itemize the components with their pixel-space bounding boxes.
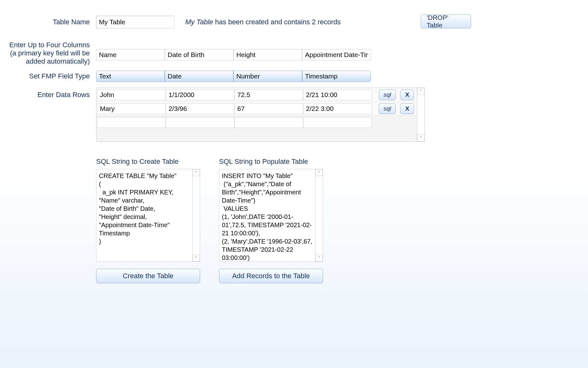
column-name-1[interactable]	[96, 49, 165, 60]
scroll-up-icon[interactable]: ˄	[417, 88, 424, 95]
data-scrollbar[interactable]: ˄ ˅	[417, 88, 424, 141]
scroll-up-icon[interactable]: ˄	[315, 169, 323, 176]
status-message: My Table has been created and contains 2…	[185, 18, 341, 26]
scroll-down-icon[interactable]: ˅	[417, 135, 424, 141]
scroll-up-icon[interactable]: ˄	[193, 169, 200, 176]
label-data-rows: Enter Data Rows	[5, 88, 96, 99]
data-rows-panel: sqlXsqlX ˄ ˅	[96, 88, 425, 142]
data-row: sqlX	[96, 88, 417, 102]
cell-input-r0-c3[interactable]	[303, 89, 372, 100]
data-row	[96, 116, 417, 129]
cell-input-r2-c3[interactable]	[303, 117, 372, 128]
add-records-button[interactable]: Add Records to the Table	[219, 269, 323, 283]
cell-input-r1-c1[interactable]	[166, 103, 234, 114]
create-table-button[interactable]: Create the Table	[96, 269, 200, 283]
cell-input-r2-c2[interactable]	[234, 117, 303, 128]
scroll-track[interactable]	[193, 176, 200, 255]
scroll-track[interactable]	[315, 176, 323, 255]
cell-input-r0-c2[interactable]	[234, 89, 303, 100]
cell-input-r1-c2[interactable]	[234, 103, 303, 114]
sql-create-textarea[interactable]	[96, 169, 192, 262]
status-rest: has been created and contains 2 records	[213, 18, 341, 26]
scroll-down-icon[interactable]: ˅	[193, 255, 200, 262]
cell-input-r2-c0[interactable]	[97, 117, 166, 128]
cell-input-r0-c0[interactable]	[97, 89, 166, 100]
field-type-2[interactable]: Date	[165, 71, 233, 82]
column-name-3[interactable]	[233, 49, 302, 60]
table-name-input[interactable]	[96, 16, 174, 28]
field-type-4[interactable]: Timestamp	[302, 71, 371, 82]
status-table-name: My Table	[185, 18, 213, 26]
cell-input-r0-c1[interactable]	[166, 89, 234, 100]
label-field-type: Set FMP Field Type	[5, 72, 96, 80]
label-columns-note: (a primary key field will be added autom…	[5, 49, 90, 66]
scroll-down-icon[interactable]: ˅	[315, 255, 323, 262]
label-table-name: Table Name	[5, 18, 96, 26]
cell-input-r1-c3[interactable]	[303, 103, 372, 114]
field-type-1[interactable]: Text	[96, 71, 165, 82]
field-type-3[interactable]: Number	[233, 71, 302, 82]
data-row: sqlX	[96, 102, 417, 116]
drop-table-button[interactable]: 'DROP' Table	[421, 14, 471, 28]
column-name-2[interactable]	[165, 49, 233, 60]
scroll-track[interactable]	[417, 95, 424, 135]
row-sql-button[interactable]: sql	[379, 89, 396, 100]
cell-input-r1-c0[interactable]	[97, 103, 166, 114]
row-sql-button[interactable]: sql	[379, 103, 396, 114]
column-name-4[interactable]	[302, 49, 371, 60]
row-delete-button[interactable]: X	[400, 89, 414, 100]
sql-populate-title: SQL String to Populate Table	[219, 158, 323, 166]
label-columns: Enter Up to Four Columns	[5, 41, 90, 49]
sql-populate-textarea[interactable]	[219, 169, 315, 262]
cell-input-r2-c1[interactable]	[166, 117, 234, 128]
sql-populate-scrollbar[interactable]: ˄ ˅	[315, 169, 323, 262]
row-delete-button[interactable]: X	[400, 103, 414, 114]
sql-create-scrollbar[interactable]: ˄ ˅	[192, 169, 200, 262]
sql-create-title: SQL String to Create Table	[96, 158, 200, 166]
